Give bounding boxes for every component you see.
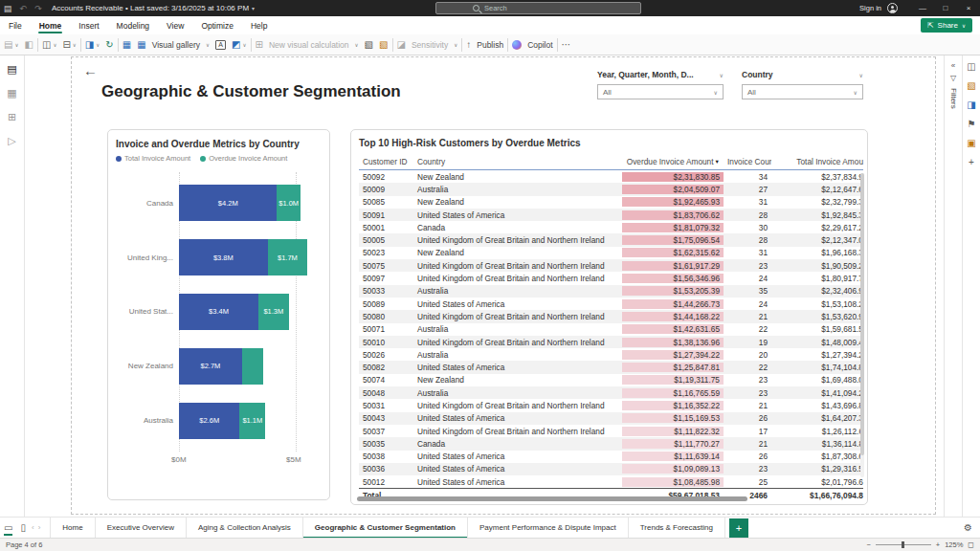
minimize-button[interactable]: —	[911, 0, 934, 16]
table-visual[interactable]: Top 10 High-Risk Customers by Overdue Me…	[350, 129, 868, 505]
bar-segment[interactable]	[242, 348, 263, 385]
undo-icon[interactable]: ↶	[15, 4, 31, 13]
sensitivity-label[interactable]: Sensitivity	[412, 40, 448, 50]
slicer-country-dropdown[interactable]: All ∨	[742, 84, 863, 99]
table-vertical-scrollbar[interactable]	[860, 173, 864, 477]
new-visual-button[interactable]: ▦	[122, 39, 131, 50]
fit-to-page-icon[interactable]: ◻	[968, 540, 974, 549]
table-row[interactable]: 50080United Kingdom of Great Britain and…	[359, 310, 863, 322]
bar-segment[interactable]: $1.7M	[268, 239, 307, 276]
maximize-button[interactable]: □	[934, 0, 957, 16]
close-button[interactable]: ×	[957, 0, 980, 16]
slicer-country-collapse-icon[interactable]: ∨	[859, 72, 863, 78]
table-row[interactable]: 50036United States of America$1,09,089.1…	[359, 463, 863, 475]
report-view-icon[interactable]: ▤	[7, 63, 16, 76]
visual-gallery-button[interactable]: ▦	[137, 39, 145, 50]
settings-gear-icon[interactable]: ⚙	[964, 522, 972, 533]
desktop-layout-icon[interactable]: ▭	[4, 522, 12, 533]
new-visual-calculation-label[interactable]: New visual calculation	[269, 40, 349, 50]
dax-query-view-icon[interactable]: ▷	[8, 135, 15, 147]
table-horizontal-scrollbar[interactable]	[357, 496, 747, 501]
table-row[interactable]: 50023New Zealand$1,62,315.6231$1,96,168.…	[359, 247, 863, 259]
bar-segment[interactable]: $1.0M	[277, 185, 300, 221]
table-view-icon[interactable]: ▦	[7, 87, 16, 99]
table-row[interactable]: 50001Canada$1,81,079.3230$2,29,617.2	[359, 221, 863, 233]
visual-gallery-label[interactable]: Visual gallery	[152, 40, 200, 50]
menu-item-insert[interactable]: Insert	[70, 16, 107, 34]
col-header-total[interactable]: Total Invoice Amou	[771, 157, 867, 166]
tab-executive-overview[interactable]: Executive Overview	[96, 518, 187, 539]
model-view-icon[interactable]: ⊞	[8, 111, 16, 123]
menu-item-file[interactable]: File	[0, 16, 31, 34]
get-data-button[interactable]: ◫∨	[42, 39, 56, 50]
table-row[interactable]: 50005United Kingdom of Great Britain and…	[359, 233, 863, 246]
bar-segment[interactable]: $4.2M	[179, 185, 277, 221]
transform-data-button[interactable]: ◨∨	[85, 39, 100, 50]
share-button[interactable]: ⇱ Share ∨	[921, 18, 972, 33]
slicer-date-dropdown[interactable]: All ∨	[597, 84, 724, 99]
back-button[interactable]: ←	[83, 62, 98, 78]
menu-item-modeling[interactable]: Modeling	[108, 16, 159, 34]
menu-item-optimize[interactable]: Optimize	[192, 16, 242, 34]
col-header-country[interactable]: Country	[413, 157, 622, 166]
paste-button[interactable]: ▤∨	[4, 39, 18, 50]
copilot-button[interactable]: Copilot	[527, 40, 552, 50]
tab-home[interactable]: Home	[50, 518, 95, 539]
table-row[interactable]: 50033Australia$1,53,205.3935$2,32,406.9	[359, 285, 863, 298]
bar-segment[interactable]: $2.7M	[179, 348, 242, 385]
sign-in-button[interactable]: Sign in	[859, 4, 881, 12]
chart-bar-row[interactable]: United Stat...$3.4M$1.3M	[116, 294, 322, 330]
zoom-in-icon[interactable]: +	[936, 540, 940, 549]
filters-pane-collapsed[interactable]: « ▽ Filters	[944, 55, 962, 517]
search-input[interactable]: Search	[435, 2, 641, 14]
table-row[interactable]: 50009Australia$2,04,509.0727$2,12,647.6	[359, 183, 863, 195]
tab-trends-forecasting[interactable]: Trends & Forecasting	[629, 518, 725, 539]
table-row[interactable]: 50037United Kingdom of Great Britain and…	[359, 425, 863, 437]
tab-nav-left-icon[interactable]: ‹	[32, 523, 34, 532]
bar-segment[interactable]: $1.1M	[239, 403, 265, 439]
redo-icon[interactable]: ↷	[31, 4, 46, 13]
format-pane-icon[interactable]: ◨	[967, 99, 975, 110]
table-row[interactable]: 50085New Zealand$1,92,465.9331$2,32,799.…	[359, 196, 863, 209]
col-header-customer-id[interactable]: Customer ID	[359, 157, 413, 166]
chart-bar-row[interactable]: Australia$2.6M$1.1M	[116, 403, 322, 439]
table-row[interactable]: 50012United States of America$1,08,485.9…	[359, 475, 863, 488]
table-row[interactable]: 50043United States of America$1,15,169.5…	[359, 412, 863, 425]
format-painter-button[interactable]: ◧	[24, 39, 33, 50]
table-row[interactable]: 50091United States of America$1,83,706.6…	[359, 209, 863, 221]
build-visual-pane-icon[interactable]: ▧	[967, 80, 975, 91]
bookmarks-pane-icon[interactable]: ⚑	[968, 119, 976, 129]
col-header-invoice-count[interactable]: Invoice Count	[724, 157, 771, 166]
recent-sources-button[interactable]: ⊟∨	[62, 39, 76, 50]
slicer-country[interactable]: Country ∨ All ∨	[742, 70, 863, 99]
bar-segment[interactable]: $3.8M	[179, 239, 268, 276]
ribbon-more-button[interactable]: ⋯	[562, 39, 571, 50]
menu-item-help[interactable]: Help	[242, 16, 276, 34]
calculation-group-button[interactable]: ▧	[379, 39, 388, 50]
zoom-slider[interactable]	[876, 544, 931, 545]
tab-payment-performance-dispute-impact[interactable]: Payment Performance & Dispute Impact	[468, 518, 629, 539]
tab-nav-right-icon[interactable]: ›	[38, 523, 41, 532]
zoom-out-icon[interactable]: −	[866, 540, 870, 549]
quick-measure-button[interactable]: ▧	[365, 39, 373, 50]
table-row[interactable]: 50097United Kingdom of Great Britain and…	[359, 272, 863, 284]
bar-segment[interactable]: $3.4M	[179, 294, 258, 330]
text-box-button[interactable]: A	[215, 40, 226, 50]
table-row[interactable]: 50089United States of America$1,44,266.7…	[359, 298, 863, 310]
bar-segment[interactable]: $2.6M	[179, 403, 239, 439]
chart-bar-row[interactable]: Canada$4.2M$1.0M	[116, 185, 322, 221]
table-row[interactable]: 50074New Zealand$1,19,311.7523$1,69,488.…	[359, 374, 863, 386]
add-pane-icon[interactable]: +	[969, 157, 974, 167]
table-row[interactable]: 50038United States of America$1,11,639.1…	[359, 451, 863, 463]
publish-button[interactable]: Publish	[477, 40, 503, 50]
bar-chart-visual[interactable]: Invoice and Overdue Metrics by Country T…	[107, 129, 330, 500]
tab-aging-collection-analysis[interactable]: Aging & Collection Analysis	[187, 518, 303, 539]
chart-bar-row[interactable]: New Zealand$2.7M	[116, 348, 322, 385]
data-pane-icon[interactable]: ◫	[967, 61, 975, 72]
mobile-layout-icon[interactable]: ▯	[20, 522, 26, 533]
table-row[interactable]: 50075United Kingdom of Great Britain and…	[359, 259, 863, 272]
title-caret-icon[interactable]: ▾	[252, 5, 255, 11]
col-header-overdue[interactable]: Overdue Invoice Amount▼	[622, 157, 724, 166]
selection-pane-icon[interactable]: ▣	[967, 138, 975, 148]
table-row[interactable]: 50026Australia$1,27,394.2220$1,27,394.2	[359, 348, 863, 361]
